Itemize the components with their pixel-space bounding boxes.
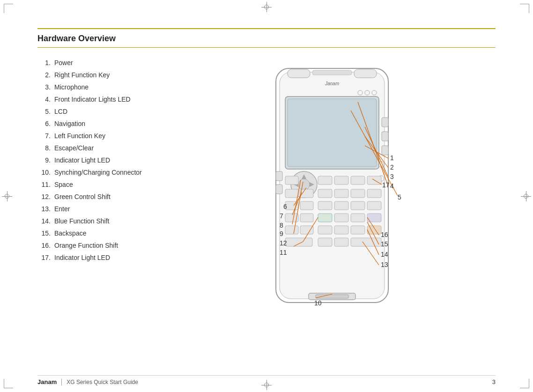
- corner-mark-tl: [4, 4, 13, 13]
- item-label: Front Indicator Lights LED: [54, 96, 131, 103]
- svg-text:7: 7: [280, 212, 283, 220]
- svg-text:14: 14: [381, 251, 388, 258]
- crosshair-left: [2, 191, 12, 201]
- svg-text:1: 1: [390, 154, 394, 162]
- item-num: 11.: [37, 181, 51, 188]
- list-item: 2. Right Function Key: [37, 71, 169, 79]
- corner-mark-br: [520, 379, 529, 388]
- item-num: 14.: [37, 217, 51, 225]
- list-item: 9. Indicator Light LED: [37, 156, 169, 164]
- item-num: 10.: [37, 169, 51, 176]
- svg-text:2: 2: [390, 163, 394, 171]
- svg-line-71: [363, 242, 379, 265]
- footer-guide: XG Series Quick Start Guide: [67, 379, 138, 385]
- svg-text:6: 6: [283, 203, 287, 210]
- item-label: Escape/Clear: [54, 144, 94, 152]
- list-item: 16. Orange Function Shift: [37, 242, 169, 249]
- callout-lines: 1 2 3 4 5 6 7 8 9 12 11 10 17 16: [224, 64, 449, 317]
- item-label: Green Control Shift: [54, 193, 111, 200]
- list-item: 14. Blue Function Shift: [37, 217, 169, 225]
- item-num: 16.: [37, 242, 51, 249]
- item-label: Indicator Light LED: [54, 254, 110, 261]
- item-num: 17.: [37, 254, 51, 261]
- list-item: 7. Left Function Key: [37, 132, 169, 140]
- diagram-column: Janam: [178, 59, 496, 317]
- item-label: Space: [54, 181, 73, 188]
- content-area: 1. Power 2. Right Function Key 3. Microp…: [37, 59, 496, 317]
- svg-line-75: [372, 179, 382, 185]
- footer-brand: Janam: [37, 378, 57, 385]
- title-divider: [37, 47, 496, 48]
- item-num: 6.: [37, 120, 51, 127]
- item-label: LCD: [54, 108, 67, 115]
- item-label: Navigation: [54, 120, 85, 127]
- crosshair-right: [521, 191, 531, 201]
- crosshair-top: [261, 2, 272, 12]
- footer-divider: [61, 379, 62, 385]
- list-item: 12. Green Control Shift: [37, 193, 169, 200]
- svg-text:17: 17: [382, 181, 390, 189]
- svg-text:12: 12: [280, 239, 287, 247]
- svg-line-61: [365, 127, 388, 177]
- item-num: 9.: [37, 156, 51, 164]
- item-num: 12.: [37, 193, 51, 200]
- list-item: 4. Front Indicator Lights LED: [37, 96, 169, 103]
- item-label: Left Function Key: [54, 132, 105, 140]
- item-num: 15.: [37, 229, 51, 237]
- title-section: Hardware Overview: [37, 28, 496, 48]
- item-label: Orange Function Shift: [54, 242, 118, 249]
- item-label: Indicator Light LED: [54, 156, 110, 164]
- list-item: 1. Power: [37, 59, 169, 67]
- list-item: 6. Navigation: [37, 120, 169, 127]
- list-column: 1. Power 2. Right Function Key 3. Microp…: [37, 59, 169, 266]
- svg-text:10: 10: [314, 299, 322, 307]
- svg-line-68: [316, 294, 332, 298]
- main-content: Hardware Overview 1. Power 2. Right Func…: [37, 28, 496, 369]
- item-label: Right Function Key: [54, 71, 110, 79]
- list-item: 5. LCD: [37, 108, 169, 115]
- item-label: Synching/Charging Connector: [54, 169, 142, 176]
- svg-line-74: [367, 217, 379, 235]
- svg-text:9: 9: [280, 230, 283, 237]
- list-item: 15. Backspace: [37, 229, 169, 237]
- svg-line-69: [294, 242, 303, 246]
- page-title: Hardware Overview: [37, 34, 496, 44]
- svg-text:11: 11: [280, 249, 287, 256]
- list-item: 8. Escape/Clear: [37, 144, 169, 152]
- svg-line-62: [358, 102, 388, 186]
- item-num: 5.: [37, 108, 51, 115]
- svg-text:3: 3: [390, 173, 394, 180]
- item-num: 2.: [37, 71, 51, 79]
- item-num: 1.: [37, 59, 51, 67]
- item-label: Enter: [54, 205, 70, 213]
- item-label: Backspace: [54, 229, 86, 237]
- item-num: 8.: [37, 144, 51, 152]
- diagram-wrapper: Janam: [224, 64, 449, 317]
- item-num: 3.: [37, 83, 51, 91]
- corner-mark-bl: [4, 379, 13, 388]
- svg-text:16: 16: [381, 231, 388, 238]
- footer: Janam XG Series Quick Start Guide 3: [37, 375, 496, 385]
- list-item: 11. Space: [37, 181, 169, 188]
- footer-page-number: 3: [492, 378, 496, 385]
- list-item: 17. Indicator Light LED: [37, 254, 169, 261]
- svg-text:13: 13: [381, 261, 388, 268]
- item-label: Microphone: [54, 83, 89, 91]
- svg-line-70: [303, 217, 318, 242]
- svg-text:8: 8: [280, 222, 283, 229]
- svg-text:5: 5: [398, 193, 401, 201]
- corner-mark-tr: [520, 4, 529, 13]
- svg-text:15: 15: [381, 240, 388, 248]
- svg-text:4: 4: [390, 182, 394, 190]
- item-num: 13.: [37, 205, 51, 213]
- item-label: Blue Function Shift: [54, 217, 110, 225]
- list-item: 13. Enter: [37, 205, 169, 213]
- item-num: 7.: [37, 132, 51, 140]
- item-label: Power: [54, 59, 73, 67]
- item-list: 1. Power 2. Right Function Key 3. Microp…: [37, 59, 169, 261]
- list-item: 10. Synching/Charging Connector: [37, 169, 169, 176]
- item-num: 4.: [37, 96, 51, 103]
- list-item: 3. Microphone: [37, 83, 169, 91]
